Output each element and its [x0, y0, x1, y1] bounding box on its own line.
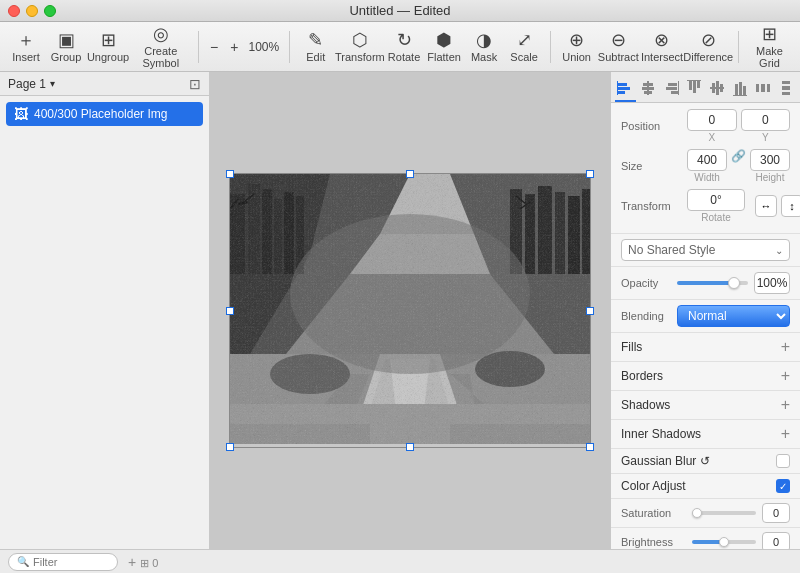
zoom-in-button[interactable]: + [226, 37, 242, 57]
shadows-row: Shadows + [611, 391, 800, 420]
titlebar: Untitled — Edited [0, 0, 800, 22]
fills-add-button[interactable]: + [781, 339, 790, 355]
flatten-button[interactable]: ⬢ Flatten [426, 27, 462, 67]
create-symbol-button[interactable]: ◎ Create Symbol [132, 21, 189, 73]
transform-button[interactable]: ⬡ Transform [338, 27, 382, 67]
blending-select[interactable]: Normal [677, 305, 790, 327]
position-y-input[interactable] [741, 109, 791, 131]
tab-align-top[interactable] [684, 76, 705, 102]
svg-rect-49 [697, 81, 700, 88]
svg-rect-44 [666, 87, 677, 90]
shared-style-value: No Shared Style [628, 243, 715, 257]
close-button[interactable] [8, 5, 20, 17]
layer-count-button[interactable]: ⊞ 0 [140, 554, 158, 570]
svg-rect-61 [767, 84, 770, 92]
filter-input[interactable] [33, 556, 103, 568]
layer-name: 400/300 Placeholder Img [34, 107, 167, 121]
edit-button[interactable]: ✎ Edit [298, 27, 334, 67]
insert-button[interactable]: ＋ Insert [8, 27, 44, 67]
size-row: Size Width 🔗 Height [621, 149, 790, 183]
lock-icon[interactable]: 🔗 [731, 149, 746, 183]
search-box[interactable]: 🔍 [8, 553, 118, 571]
saturation-value[interactable] [762, 503, 790, 523]
svg-rect-47 [689, 81, 692, 90]
saturation-slider[interactable] [692, 511, 756, 515]
maximize-button[interactable] [44, 5, 56, 17]
rotate-button[interactable]: ↻ Rotate [386, 27, 422, 67]
gaussian-blur-checkbox[interactable] [776, 454, 790, 468]
page-dropdown-icon: ▾ [50, 78, 55, 89]
selection-handle-br[interactable] [586, 443, 594, 451]
make-grid-icon: ⊞ [762, 25, 777, 43]
align-top-icon [687, 80, 701, 96]
size-label: Size [621, 160, 681, 172]
scale-label: Scale [510, 51, 538, 63]
sidebar-toggle-icon[interactable]: ⊡ [189, 76, 201, 92]
selection-handle-bl[interactable] [226, 443, 234, 451]
svg-rect-46 [678, 81, 679, 95]
difference-button[interactable]: ⊘ Difference [686, 27, 730, 67]
flip-h-button[interactable]: ↔ [755, 195, 777, 217]
width-input[interactable] [687, 149, 727, 171]
shadows-add-button[interactable]: + [781, 397, 790, 413]
tab-align-bottom[interactable] [729, 76, 750, 102]
borders-add-button[interactable]: + [781, 368, 790, 384]
canvas-area[interactable] [210, 72, 610, 549]
tab-align-middle[interactable] [707, 76, 728, 102]
color-adjust-checkbox[interactable]: ✓ [776, 479, 790, 493]
fills-row: Fills + [611, 333, 800, 362]
selection-handle-tr[interactable] [586, 170, 594, 178]
opacity-slider[interactable] [677, 281, 748, 285]
tab-align-center-h[interactable] [638, 76, 659, 102]
selection-handle-bc[interactable] [406, 443, 414, 451]
tab-align-right[interactable] [661, 76, 682, 102]
rotate-wrap: Rotate [687, 189, 745, 223]
brightness-value[interactable] [762, 532, 790, 549]
brightness-thumb[interactable] [719, 537, 729, 547]
intersect-icon: ⊗ [654, 31, 669, 49]
subtract-button[interactable]: ⊖ Subtract [599, 27, 638, 67]
group-button[interactable]: ▣ Group [48, 27, 84, 67]
rotate-input[interactable] [687, 189, 745, 211]
blending-label: Blending [621, 310, 671, 322]
svg-rect-34 [230, 174, 590, 444]
traffic-lights[interactable] [8, 5, 56, 17]
page-selector[interactable]: Page 1 ▾ [8, 77, 55, 91]
scale-button[interactable]: ⤢ Scale [506, 27, 542, 67]
height-input[interactable] [750, 149, 790, 171]
intersect-button[interactable]: ⊗ Intersect [642, 27, 682, 67]
opacity-value[interactable] [754, 272, 790, 294]
layer-item[interactable]: 🖼 400/300 Placeholder Img [6, 102, 203, 126]
size-inputs: Width 🔗 Height [687, 149, 790, 183]
selection-handle-tc[interactable] [406, 170, 414, 178]
gaussian-blur-label: Gaussian Blur ↺ [621, 454, 710, 468]
mask-button[interactable]: ◑ Mask [466, 27, 502, 67]
flip-v-button[interactable]: ↕ [781, 195, 800, 217]
union-button[interactable]: ⊕ Union [559, 27, 595, 67]
add-layer-button[interactable]: + [128, 554, 136, 570]
zoom-out-button[interactable]: − [206, 37, 222, 57]
make-grid-button[interactable]: ⊞ Make Grid [747, 21, 792, 73]
brightness-slider[interactable] [692, 540, 756, 544]
ungroup-button[interactable]: ⊞ Ungroup [88, 27, 128, 67]
tab-align-left[interactable] [615, 76, 636, 102]
tab-distribute-h[interactable] [752, 76, 773, 102]
selection-handle-mr[interactable] [586, 307, 594, 315]
tab-distribute-v[interactable] [775, 76, 796, 102]
selection-handle-tl[interactable] [226, 170, 234, 178]
shared-style-select[interactable]: No Shared Style ⌄ [621, 239, 790, 261]
transform-label: Transform [621, 200, 681, 212]
position-x-input[interactable] [687, 109, 737, 131]
inner-shadows-add-button[interactable]: + [781, 426, 790, 442]
svg-rect-62 [782, 81, 790, 84]
opacity-slider-thumb[interactable] [728, 277, 740, 289]
subtract-icon: ⊖ [611, 31, 626, 49]
color-adjust-label: Color Adjust [621, 479, 686, 493]
toolbar-sep-1 [198, 31, 199, 63]
selection-handle-ml[interactable] [226, 307, 234, 315]
svg-rect-36 [618, 87, 630, 90]
transform-row: Transform Rotate ↔ ↕ Flip [621, 189, 790, 223]
saturation-thumb[interactable] [692, 508, 702, 518]
main-layout: Page 1 ▾ ⊡ 🖼 400/300 Placeholder Img [0, 72, 800, 549]
minimize-button[interactable] [26, 5, 38, 17]
